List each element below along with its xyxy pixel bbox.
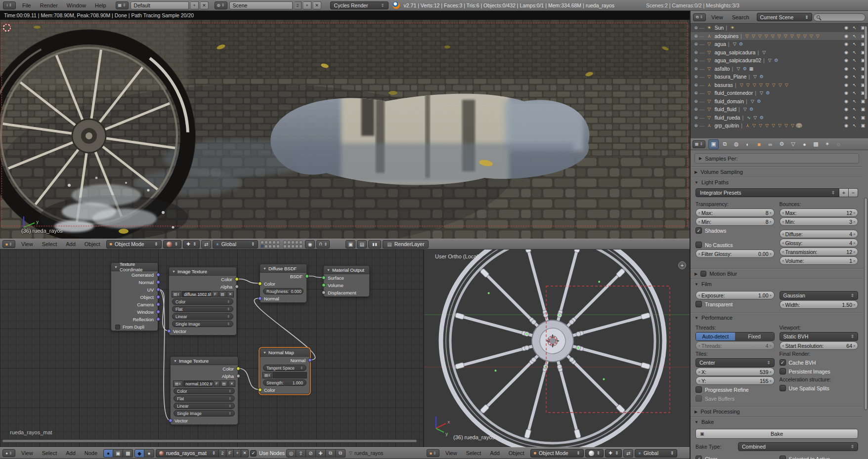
expand-icon[interactable]: ⊕ — [693, 58, 699, 63]
menu-view[interactable]: View — [17, 450, 38, 456]
node-dropdown-single-image[interactable]: Single Image⇕ — [171, 410, 238, 417]
dropdown-center[interactable]: Center⇕ — [695, 358, 775, 367]
checkbox-persistent-images[interactable]: Persistent Images — [780, 367, 859, 376]
checkbox-box[interactable] — [115, 325, 120, 330]
slot-shield-button[interactable]: ◆ — [134, 449, 144, 458]
visibility-eye-icon[interactable]: ◉ — [844, 74, 848, 79]
expand-icon[interactable]: ⊕ — [693, 66, 699, 71]
material-name-field[interactable]: rueda_rayos_mat⇕ — [156, 449, 219, 458]
node-image-texture[interactable]: ▼Image TextureColorAlpha▤⇕diffuse.1002.t… — [169, 267, 237, 335]
object-mode-select[interactable]: ■Object Mode⇕ — [530, 449, 584, 458]
slider-right-arrow-icon[interactable]: ▸ — [854, 343, 856, 348]
visibility-eye-icon[interactable]: ◉ — [844, 25, 848, 30]
shader-type-texture-button[interactable]: ▩ — [123, 449, 133, 458]
node-title[interactable]: ▼Image Texture — [169, 267, 236, 276]
material-add-button[interactable]: + — [234, 449, 241, 458]
renderable-camera-icon[interactable]: ▣ — [861, 115, 865, 120]
manipulator-button[interactable]: ⇄ — [623, 449, 633, 458]
expand-icon[interactable]: ⊕ — [693, 115, 699, 120]
visibility-eye-icon[interactable]: ◉ — [844, 83, 848, 87]
copy-nodes-button[interactable]: ⧉ — [326, 449, 336, 458]
slider-glossy[interactable]: ◂Glossy:4▸ — [780, 239, 859, 247]
renderable-camera-icon[interactable]: ▣ — [861, 107, 865, 112]
slider-diffuse[interactable]: ◂Diffuse:4▸ — [780, 230, 859, 238]
layout-add-button[interactable]: + — [191, 1, 199, 9]
socket-camera[interactable] — [156, 302, 160, 306]
selectable-cursor-icon[interactable]: ↖ — [853, 83, 857, 87]
render-still-button[interactable]: ▣ — [346, 240, 355, 249]
checkbox-box[interactable] — [695, 301, 702, 307]
panel-post-processing[interactable]: ▶Post Processing — [691, 406, 863, 417]
outliner-row-fluid-contenedor[interactable]: ⊕—▽fluid_contenedor|▽⚙◉↖▣ — [691, 89, 868, 97]
node-dropdown-tangent-space[interactable]: Tangent Space⇕ — [260, 364, 309, 372]
menu-search[interactable]: Search — [728, 14, 754, 20]
slider-right-arrow-icon[interactable]: ▸ — [854, 258, 856, 263]
outliner-row-agua-salpicadura02[interactable]: ⊕—▽agua_salpicadura02|▽⚙◉↖▣ — [691, 56, 868, 65]
panel-volume-sampling[interactable]: ▶Volume Sampling — [691, 167, 863, 177]
checkbox-no-caustics[interactable]: No Caustics — [695, 241, 775, 249]
node-title[interactable]: ▼Image Texture — [171, 357, 238, 365]
socket-alpha[interactable] — [236, 374, 240, 378]
tab-render[interactable]: ▣ — [708, 139, 719, 149]
selectable-cursor-icon[interactable]: ↖ — [853, 66, 857, 71]
socket-uv[interactable] — [156, 288, 160, 292]
menu-file[interactable]: File — [18, 2, 36, 8]
properties-scrollbar[interactable] — [864, 198, 868, 410]
expand-icon[interactable]: ⊕ — [693, 50, 699, 55]
outliner-scrollbar[interactable] — [864, 26, 868, 100]
node-slider-strength[interactable]: Strength:1.000 — [260, 379, 309, 386]
slider-min[interactable]: ◂Min:3▸ — [780, 217, 859, 226]
viewport-shading-button[interactable]: ⇕ — [163, 240, 182, 249]
visibility-eye-icon[interactable]: ◉ — [844, 50, 848, 55]
orientation-select[interactable]: ⚹Global⇕ — [635, 449, 677, 458]
socket-surface[interactable] — [322, 276, 326, 280]
preset-remove-button[interactable]: − — [849, 188, 858, 197]
node-title[interactable]: ▼Diffuse BSDF — [260, 264, 306, 273]
checkbox-progressive-refine[interactable]: Progressive Refine — [695, 385, 775, 394]
tab-texture[interactable]: ▩ — [811, 139, 821, 149]
menu-add[interactable]: Add — [61, 241, 80, 247]
socket-reflection[interactable] — [156, 317, 160, 321]
expand-icon[interactable]: ⊕ — [693, 107, 699, 112]
panel-bake[interactable]: ▼Bake — [691, 417, 863, 427]
fake-user-button[interactable]: F — [214, 380, 220, 387]
checkbox-box[interactable]: ✓ — [780, 359, 786, 366]
expand-icon[interactable]: ⊕ — [693, 123, 699, 128]
slider-x[interactable]: ◂X:539▸ — [695, 368, 775, 376]
background-button[interactable]: ⊘ — [306, 449, 316, 458]
visibility-eye-icon[interactable]: ◉ — [844, 99, 848, 104]
socket-displacement[interactable] — [322, 291, 326, 294]
use-nodes-checkbox[interactable]: ✓Use Nodes — [250, 450, 285, 457]
lock-layers-button[interactable]: ◉ — [305, 240, 315, 249]
tab-world[interactable]: ◐ — [742, 139, 753, 149]
socket-object[interactable] — [156, 295, 160, 299]
tab-object[interactable]: ■ — [754, 139, 764, 149]
collapse-icon[interactable]: ▼ — [174, 359, 177, 363]
dropdown-gaussian[interactable]: Gaussian⇕ — [780, 291, 859, 300]
pivot-select[interactable]: ✚⇕ — [183, 240, 200, 249]
collapse-icon[interactable]: ▼ — [327, 268, 330, 272]
slider-right-arrow-icon[interactable]: ▸ — [770, 370, 772, 374]
paste-nodes-button[interactable]: ⧉ — [336, 449, 346, 458]
unlink-image-button[interactable]: ✕ — [227, 291, 234, 297]
visibility-eye-icon[interactable]: ◉ — [844, 58, 848, 63]
slider-right-arrow-icon[interactable]: ▸ — [854, 210, 856, 215]
outliner-row-basura-plane[interactable]: ⊕—▽basura_Plane|▽⚙◉↖▣ — [691, 73, 868, 81]
slider-right-arrow-icon[interactable]: ▸ — [854, 250, 856, 254]
slider-right-arrow-icon[interactable]: ▸ — [854, 241, 856, 245]
outliner-row-fluid-domain[interactable]: ⊕—▽fluid_domain|▽⚙◉↖▣ — [691, 97, 868, 106]
checkbox-transparent[interactable]: Transparent — [695, 300, 775, 308]
menu-select[interactable]: Select — [38, 241, 62, 247]
visibility-eye-icon[interactable]: ◉ — [844, 66, 848, 71]
info-editor-button[interactable]: i⇕ — [3, 1, 16, 9]
layer-toggles-2[interactable] — [283, 241, 303, 248]
selectable-cursor-icon[interactable]: ↖ — [853, 42, 857, 46]
socket-vector[interactable] — [169, 418, 173, 422]
pivot-select[interactable]: ✚⇕ — [605, 449, 622, 458]
tab-material[interactable]: ● — [799, 139, 810, 149]
scene-add-button[interactable]: + — [304, 1, 311, 9]
slot-world-button[interactable]: ● — [144, 449, 154, 458]
checkbox-cache-bvh[interactable]: ✓Cache BVH — [780, 358, 859, 367]
panel-motion-blur[interactable]: ▶Motion Blur — [691, 268, 863, 279]
scene-close-button[interactable]: ✕ — [313, 1, 321, 9]
